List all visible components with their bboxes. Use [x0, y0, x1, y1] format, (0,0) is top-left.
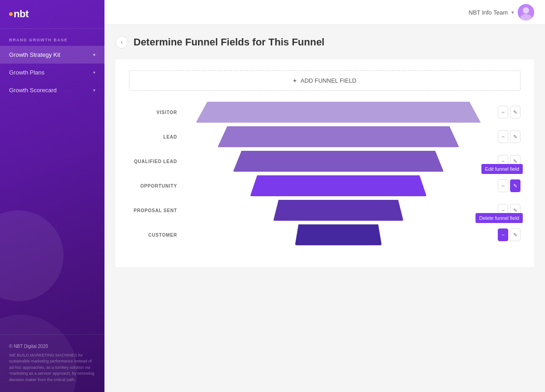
sidebar-logo-area: nbt — [0, 0, 104, 29]
header-user-name: NBT Info Team — [469, 9, 508, 16]
funnel-bar-customer — [295, 224, 382, 245]
sidebar-footer: © NBT Digital 2020 WE BUILD MARKETING MA… — [0, 334, 104, 392]
funnel-edit-btn-proposal-sent[interactable]: ✎ — [510, 204, 520, 217]
sidebar-item-label-growth-plans: Growth Plans — [9, 69, 93, 76]
logo-dot — [9, 12, 13, 16]
footer-tagline: WE BUILD MARKETING MACHINES for sustaina… — [9, 352, 95, 383]
back-button[interactable]: ‹ — [115, 36, 128, 49]
pencil-icon: ✎ — [513, 109, 517, 115]
funnel-bar-visitor — [196, 102, 481, 123]
svg-point-1 — [523, 7, 529, 14]
main-area: NBT Info Team ▾ ‹ Determine Funnel Field… — [104, 0, 545, 392]
sidebar-item-growth-strategy-kit[interactable]: Growth Strategy Kit ▾ — [0, 46, 104, 64]
funnel-edit-btn-lead[interactable]: ✎ — [510, 130, 520, 143]
funnel-label-visitor: VISITOR — [129, 110, 183, 115]
funnel-bar-wrap-qualified-lead — [183, 151, 493, 172]
funnel-row-lead: LEAD − ✎ — [129, 126, 520, 147]
funnel-bar-wrap-opportunity — [183, 175, 493, 196]
funnel-label-customer: CUSTOMER — [129, 233, 183, 238]
funnel-delete-btn-visitor[interactable]: − — [498, 106, 508, 119]
funnel-container: + ADD FUNNEL FIELD VISITOR − ✎ LEAD — [115, 60, 534, 267]
funnel-actions-opportunity: − ✎ Edit funnel field — [493, 179, 520, 192]
add-funnel-field-label: ADD FUNNEL FIELD — [301, 77, 357, 84]
sidebar-item-growth-scorecard[interactable]: Growth Scorecard ▾ — [0, 81, 104, 99]
sidebar: nbt BRAND GROWTH BASE Growth Strategy Ki… — [0, 0, 104, 392]
funnel-row-proposal-sent: PROPOSAL SENT − ✎ — [129, 200, 520, 221]
sidebar-item-label-growth-scorecard: Growth Scorecard — [9, 87, 93, 94]
funnel-actions-visitor: − ✎ — [493, 106, 520, 119]
pencil-icon: ✎ — [513, 208, 517, 213]
minus-icon: − — [501, 109, 505, 115]
chevron-left-icon: ‹ — [121, 39, 123, 45]
funnel-edit-btn-opportunity[interactable]: ✎ — [510, 179, 520, 192]
footer-copyright: © NBT Digital 2020 — [9, 344, 95, 349]
pencil-icon: ✎ — [513, 183, 517, 189]
funnel-bar-wrap-customer — [183, 224, 493, 245]
minus-icon: − — [501, 183, 505, 189]
minus-icon: − — [501, 207, 505, 213]
funnel-row-customer: CUSTOMER − Delete funnel field ✎ — [129, 224, 520, 245]
funnel-actions-lead: − ✎ — [493, 130, 520, 143]
sidebar-item-growth-plans[interactable]: Growth Plans ▾ — [0, 64, 104, 81]
header-user-chevron: ▾ — [511, 10, 514, 15]
pencil-icon: ✎ — [513, 232, 517, 238]
funnel-delete-btn-customer[interactable]: − — [498, 228, 508, 241]
funnel-row-visitor: VISITOR − ✎ — [129, 102, 520, 123]
funnel-edit-btn-customer[interactable]: ✎ — [510, 228, 520, 241]
pencil-icon: ✎ — [513, 159, 517, 164]
page-header: ‹ Determine Funnel Fields for This Funne… — [115, 36, 534, 49]
funnel-label-opportunity: OPPORTUNITY — [129, 184, 183, 189]
funnel-rows: VISITOR − ✎ LEAD − ✎ — [129, 102, 520, 249]
funnel-delete-btn-proposal-sent[interactable]: − — [498, 204, 508, 217]
plus-icon: + — [293, 77, 297, 84]
chevron-icon-growth-plans: ▾ — [93, 70, 95, 75]
pencil-icon: ✎ — [513, 134, 517, 140]
logo: nbt — [9, 8, 29, 20]
content-area: ‹ Determine Funnel Fields for This Funne… — [104, 25, 545, 392]
chevron-icon-growth-strategy-kit: ▾ — [93, 52, 95, 57]
minus-icon: − — [501, 232, 505, 238]
minus-icon: − — [501, 158, 505, 164]
add-funnel-field-button[interactable]: + ADD FUNNEL FIELD — [129, 70, 520, 91]
page-title: Determine Funnel Fields for This Funnel — [134, 36, 324, 48]
sidebar-item-label-growth-strategy-kit: Growth Strategy Kit — [9, 51, 93, 58]
funnel-bar-lead — [218, 126, 459, 147]
funnel-actions-qualified-lead: − ✎ — [493, 155, 520, 168]
chevron-icon-growth-scorecard: ▾ — [93, 88, 95, 93]
funnel-bar-wrap-proposal-sent — [183, 200, 493, 221]
funnel-row-qualified-lead: QUALIFIED LEAD − ✎ — [129, 151, 520, 172]
funnel-bar-qualified-lead — [233, 151, 444, 172]
header: NBT Info Team ▾ — [104, 0, 545, 25]
funnel-actions-customer: − Delete funnel field ✎ — [493, 228, 520, 241]
funnel-delete-btn-opportunity[interactable]: − — [498, 179, 508, 192]
funnel-label-qualified-lead: QUALIFIED LEAD — [129, 159, 183, 164]
funnel-bar-wrap-lead — [183, 126, 493, 147]
header-user[interactable]: NBT Info Team ▾ — [469, 4, 534, 20]
funnel-delete-btn-lead[interactable]: − — [498, 130, 508, 143]
funnel-bar-proposal-sent — [273, 200, 403, 221]
sidebar-section-label: BRAND GROWTH BASE — [0, 29, 104, 46]
funnel-row-opportunity: OPPORTUNITY − ✎ Edit funnel field — [129, 175, 520, 196]
funnel-bar-opportunity — [250, 175, 427, 196]
minus-icon: − — [501, 134, 505, 140]
avatar — [518, 4, 534, 20]
funnel-label-lead: LEAD — [129, 134, 183, 139]
funnel-label-proposal-sent: PROPOSAL SENT — [129, 208, 183, 213]
funnel-delete-btn-qualified-lead[interactable]: − — [498, 155, 508, 168]
funnel-actions-proposal-sent: − ✎ — [493, 204, 520, 217]
funnel-edit-btn-visitor[interactable]: ✎ — [510, 106, 520, 119]
funnel-edit-btn-qualified-lead[interactable]: ✎ — [510, 155, 520, 168]
funnel-bar-wrap-visitor — [183, 102, 493, 123]
